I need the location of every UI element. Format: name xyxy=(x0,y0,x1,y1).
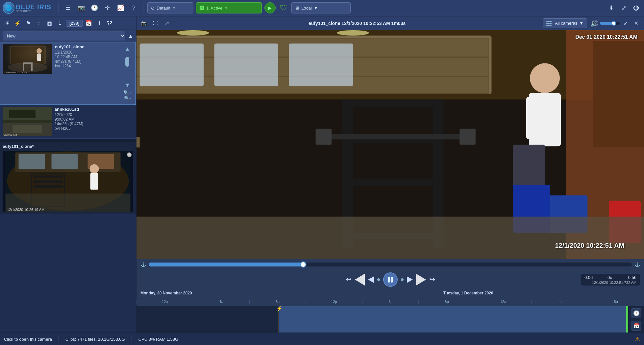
svg-rect-6 xyxy=(23,62,24,71)
scroll-down-arrow-1[interactable]: ▼ xyxy=(124,82,130,89)
clip-codec-1: bvr H264 xyxy=(55,64,119,68)
skip-forward-icon[interactable]: ↪ xyxy=(429,275,435,284)
menu-icon[interactable]: ☰ xyxy=(63,3,73,13)
active-arrow: ▼ xyxy=(225,6,228,10)
hour-8a: 8a xyxy=(249,300,306,304)
clip-time-1: 10:22:45 AM xyxy=(55,55,119,59)
power-icon[interactable]: ⏻ xyxy=(631,3,641,13)
clip-item-2[interactable]: 9:00:02 AM annke101sd 12/1/2020 9:00:02 … xyxy=(0,105,136,139)
svg-rect-4 xyxy=(11,59,44,64)
map-icon[interactable]: 🗺 xyxy=(105,18,114,28)
time-display: 0:06 0x -0:56 12/1/2020 10:22:51.732 AM xyxy=(581,273,640,286)
lightning-stb-icon[interactable]: ⚡ xyxy=(13,18,22,28)
swap-icon[interactable]: ↕ xyxy=(34,18,43,28)
grid-icon[interactable]: ⊞ xyxy=(3,18,12,28)
clip-date-1: 12/1/2020 xyxy=(55,50,119,55)
anchor-left-icon[interactable]: ⚓ xyxy=(140,262,146,267)
svg-rect-27 xyxy=(34,185,63,188)
calendar-tl-icon[interactable]: 📅 xyxy=(632,321,641,331)
chart-icon[interactable]: 📈 xyxy=(115,3,126,13)
scroll-up-icon[interactable]: ▲ xyxy=(128,33,133,39)
clip-info-1: eufy101_clone 12/1/2020 10:22:45 AM 4m27… xyxy=(55,44,119,68)
shield-icon[interactable]: 🛡 xyxy=(278,3,289,13)
download-icon[interactable]: ⬇ xyxy=(606,3,616,13)
svg-rect-40 xyxy=(289,44,353,86)
timeline-lightning-icon: ⚡ xyxy=(276,306,283,312)
clip-item-1[interactable]: 12/1/2020 10:22:45 eufy101_clone 12/1/20… xyxy=(0,42,136,105)
svg-point-5 xyxy=(8,62,47,72)
video-title: eufy101_clone 12/1/2020 10:22:53 AM 1m03… xyxy=(175,21,539,26)
expand-icon[interactable]: ⤢ xyxy=(618,3,629,13)
number-icon[interactable]: 1 xyxy=(55,18,64,28)
move-icon[interactable]: ✛ xyxy=(102,3,113,13)
warning-icon: ⚠ xyxy=(635,335,640,343)
toolbar-sep-1 xyxy=(59,3,59,13)
help-icon[interactable]: ? xyxy=(129,3,139,13)
left-section: ⊞ ⚡ ⚑ ↕ ▦ 1 [238] 📅 ⬇ 🗺 New All Motion ▲ xyxy=(0,16,136,333)
svg-point-9 xyxy=(37,48,42,54)
default-arrow: ▼ xyxy=(172,6,176,10)
skip-back-icon[interactable]: ↩ xyxy=(346,275,352,284)
local-label: Local xyxy=(301,6,312,11)
local-dropdown[interactable]: 🖥 Local ▼ xyxy=(291,2,351,13)
timeline-green-bar xyxy=(626,306,628,333)
pause-bar-2 xyxy=(391,277,393,283)
video-header: 📷 ⛶ ↗ eufy101_clone 12/1/2020 10:22:53 A… xyxy=(136,16,644,30)
svg-rect-1 xyxy=(10,46,46,64)
active-dot xyxy=(200,6,204,10)
timeline-bar-area[interactable]: ⚡ 🕐 📅 xyxy=(136,306,644,333)
download-stb-icon[interactable]: ⬇ xyxy=(95,18,104,28)
active-dropdown[interactable]: 1 Active ▼ xyxy=(196,2,262,13)
all-cameras-button[interactable]: All cameras ▼ xyxy=(543,18,587,28)
close-video-icon[interactable]: ✕ xyxy=(632,19,641,28)
expand-video-icon[interactable]: ⤢ xyxy=(621,19,630,28)
active-number: 1 xyxy=(206,6,209,11)
progress-bar[interactable] xyxy=(149,263,632,266)
hour-4a-right: 4a xyxy=(531,300,587,304)
svg-rect-7 xyxy=(31,62,33,71)
live-camera-thumb[interactable]: 12/1/2020 10:26:19 AM xyxy=(3,151,133,212)
clock-tl-icon[interactable]: 🕐 xyxy=(632,308,641,318)
video-frame: Dec 01 2020 10:22:51 AM 12/1/2020 10:22:… xyxy=(136,30,644,259)
default-dropdown[interactable]: ⊙ Default ▼ xyxy=(147,2,193,13)
zoom-out-icon[interactable]: 🔍- xyxy=(124,96,131,101)
camera-icon[interactable]: 📷 xyxy=(76,3,87,13)
hour-12a-left: 12a xyxy=(136,300,193,304)
new-dropdown-bar: New All Motion ▲ xyxy=(0,30,136,42)
svg-rect-39 xyxy=(214,44,279,86)
clip-date-2: 12/1/2020 xyxy=(55,112,133,117)
flag-icon[interactable]: ⚑ xyxy=(24,18,33,28)
crop-icon[interactable]: ⛶ xyxy=(151,19,160,28)
all-cameras-label: All cameras xyxy=(555,21,577,26)
step-back-button[interactable] xyxy=(368,276,374,283)
clock-icon[interactable]: 🕐 xyxy=(89,3,100,13)
volume-slider[interactable] xyxy=(600,22,620,25)
progress-fill xyxy=(149,263,303,266)
svg-rect-64 xyxy=(136,137,140,147)
fast-forward-button[interactable] xyxy=(416,274,426,286)
time-row-1: 0:06 0x -0:56 xyxy=(584,275,636,280)
scroll-up-arrow-1[interactable]: ▲ xyxy=(124,46,130,53)
calendar2-icon[interactable]: 📅 xyxy=(84,18,93,28)
second-toolbar: ⊞ ⚡ ⚑ ↕ ▦ 1 [238] 📅 ⬇ 🗺 xyxy=(0,16,136,30)
progress-thumb[interactable] xyxy=(300,262,306,267)
clip-section-sep xyxy=(0,139,136,142)
step-forward-button[interactable] xyxy=(407,276,413,283)
export-icon[interactable]: ↗ xyxy=(162,19,171,28)
pause-button[interactable] xyxy=(383,272,398,287)
fast-rewind-button[interactable] xyxy=(355,274,365,286)
anchor-right-icon[interactable]: ⚓ xyxy=(634,262,640,267)
zoom-in-icon[interactable]: 🔍+ xyxy=(123,90,132,96)
play-button[interactable]: ▶ xyxy=(264,2,276,13)
dot-indicator-2 xyxy=(401,278,404,281)
calendar-stb-icon[interactable]: ▦ xyxy=(45,18,54,28)
timeline-hours[interactable]: 12a 4a 8a 12p 4p 8p 12a 4a 8a xyxy=(136,297,644,306)
volume-icon[interactable]: 🔊 xyxy=(590,19,599,27)
svg-text:12/1/2020 10:22:45: 12/1/2020 10:22:45 xyxy=(4,71,27,74)
svg-rect-2 xyxy=(11,47,44,53)
new-select[interactable]: New All Motion xyxy=(3,32,125,40)
svg-rect-55 xyxy=(526,97,537,140)
logo-globe: 🌐 xyxy=(3,2,14,14)
clip-thumb-1: 12/1/2020 10:22:45 xyxy=(3,44,52,74)
camera-shot-icon[interactable]: 📷 xyxy=(140,19,149,28)
